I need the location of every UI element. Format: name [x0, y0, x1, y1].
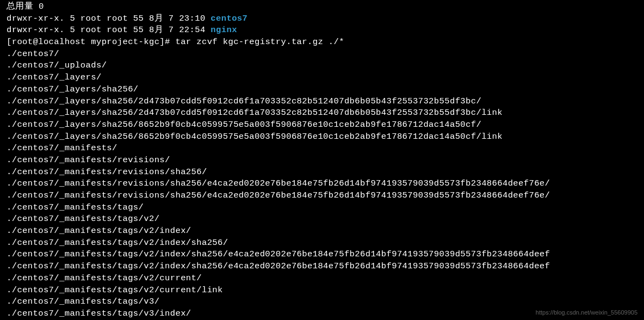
tar-output-line: ./centos7/ — [7, 48, 637, 60]
directory-name: nginx — [210, 25, 237, 35]
tar-output-line: ./centos7/_manifests/tags/v3/ — [7, 296, 637, 308]
command-line: [root@localhost myproject-kgc]# tar zcvf… — [7, 36, 637, 48]
tar-output-line: ./centos7/_manifests/tags/v2/index/sha25… — [7, 237, 637, 249]
tar-output-line: ./centos7/_layers/sha256/ — [7, 84, 637, 96]
ls-permissions: drwxr-xr-x. 5 root root 55 8月 7 22:54 — [7, 25, 210, 35]
terminal-output[interactable]: 总用量 0 drwxr-xr-x. 5 root root 55 8月 7 23… — [7, 1, 637, 320]
tar-output-line: ./centos7/_layers/sha256/2d473b07cdd5f09… — [7, 96, 637, 108]
tar-output-line: ./centos7/_manifests/revisions/sha256/e4… — [7, 178, 637, 190]
ls-row-centos7: drwxr-xr-x. 5 root root 55 8月 7 23:10 ce… — [7, 13, 637, 25]
directory-name: centos7 — [210, 14, 247, 23]
tar-output-line: ./centos7/_manifests/tags/v2/ — [7, 213, 637, 225]
tar-output-line: ./centos7/_manifests/tags/v2/current/ — [7, 273, 637, 285]
ls-row-nginx: drwxr-xr-x. 5 root root 55 8月 7 22:54 ng… — [7, 24, 637, 36]
tar-output-line: ./centos7/_layers/sha256/8652b9f0cb4c059… — [7, 131, 637, 143]
shell-prompt: [root@localhost myproject-kgc]# — [7, 37, 175, 47]
tar-output-line: ./centos7/_manifests/tags/v2/index/sha25… — [7, 261, 637, 273]
tar-output-line: ./centos7/_manifests/tags/v2/index/sha25… — [7, 249, 637, 261]
tar-output-line: ./centos7/_layers/sha256/2d473b07cdd5f09… — [7, 107, 637, 119]
tar-command: tar zcvf kgc-registry.tar.gz ./* — [175, 37, 344, 47]
tar-output-line: ./centos7/_manifests/revisions/sha256/ — [7, 167, 637, 179]
tar-output-line: ./centos7/_manifests/tags/ — [7, 202, 637, 214]
tar-output-line: ./centos7/_manifests/ — [7, 143, 637, 155]
watermark-text: https://blog.csdn.net/weixin_55609905 — [536, 309, 637, 317]
tar-output-line: ./centos7/_manifests/revisions/ — [7, 155, 637, 167]
tar-output-line: ./centos7/_layers/sha256/8652b9f0cb4c059… — [7, 119, 637, 131]
ls-permissions: drwxr-xr-x. 5 root root 55 8月 7 23:10 — [7, 14, 210, 23]
tar-output-line: ./centos7/_uploads/ — [7, 60, 637, 72]
tar-output-line: ./centos7/_manifests/tags/v2/current/lin… — [7, 285, 637, 297]
tar-output-line: ./centos7/_manifests/tags/v2/index/ — [7, 225, 637, 237]
tar-output-line: ./centos7/_layers/ — [7, 72, 637, 84]
tar-output-line: ./centos7/_manifests/revisions/sha256/e4… — [7, 190, 637, 202]
total-line: 总用量 0 — [7, 1, 637, 13]
